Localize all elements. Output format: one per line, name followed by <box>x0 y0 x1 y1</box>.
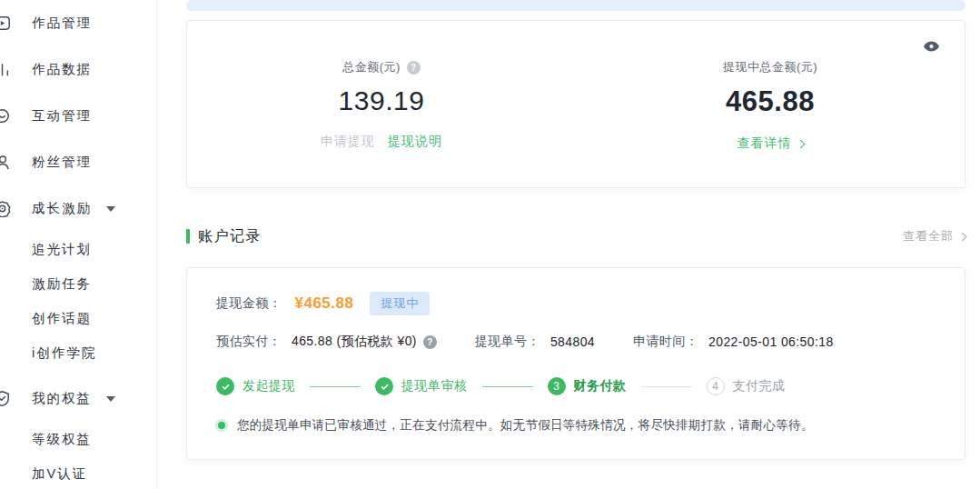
chevron-right-icon <box>796 139 805 148</box>
step-connector <box>482 386 533 387</box>
sidebar-item-label: 作品管理 <box>32 15 92 32</box>
field-value: 2022-05-01 06:50:18 <box>708 334 834 349</box>
field-label: 申请时间： <box>633 334 698 350</box>
sidebar-item-2[interactable]: 作品数据 <box>0 46 156 93</box>
record-field: 预估实付：465.88 (预估税款 ¥0)? <box>216 334 437 350</box>
withdrawing-label-row: 提现中总金额(元) <box>723 59 817 75</box>
check-circle-icon <box>375 377 393 395</box>
view-all-label: 查看全部 <box>903 228 954 244</box>
step-number-circle: 3 <box>548 377 566 395</box>
shield-icon <box>0 390 14 408</box>
chevron-down-icon <box>106 206 115 212</box>
apply-withdraw-button[interactable]: 申请提现 <box>321 134 375 150</box>
sidebar-item-6[interactable]: 我的权益 <box>0 375 156 422</box>
chevron-right-icon <box>958 232 967 241</box>
sidebar-item-4[interactable]: 粉丝管理 <box>0 139 156 185</box>
withdraw-help-link[interactable]: 提现说明 <box>388 134 442 150</box>
field-value: 584804 <box>550 334 595 349</box>
withdrawing-actions: 查看详情 <box>737 135 804 152</box>
record-amount-row: 提现金额： ¥465.88 提现中 <box>216 292 935 315</box>
record-status-row: 您的提现单申请已审核通过，正在支付流程中。如无节假日等特殊情况，将尽快排期打款，… <box>216 417 935 434</box>
step-connector <box>641 386 692 387</box>
sidebar-nav: 作品管理作品数据互动管理粉丝管理成长激励追光计划激励任务创作话题i创作学院我的权… <box>0 0 156 489</box>
section-accent-bar <box>186 229 190 244</box>
total-amount-block: 总金额(元) ? 139.19 申请提现 提现说明 <box>187 21 576 187</box>
withdrawing-amount-value: 465.88 <box>726 85 815 118</box>
step-1: 发起提现 <box>216 377 295 395</box>
step-label: 支付完成 <box>733 378 786 394</box>
sidebar-subitem[interactable]: 加V认证 <box>0 456 156 489</box>
bar-chart-icon <box>0 61 14 79</box>
view-detail-link[interactable]: 查看详情 <box>737 135 804 152</box>
sidebar: 作品管理作品数据互动管理粉丝管理成长激励追光计划激励任务创作话题i创作学院我的权… <box>0 0 157 489</box>
chevron-down-icon <box>106 396 115 402</box>
sidebar-subitem[interactable]: 创作话题 <box>0 301 156 335</box>
sidebar-subitem[interactable]: 追光计划 <box>0 232 156 266</box>
records-section-header: 账户记录 查看全部 <box>186 226 965 246</box>
step-number-circle: 4 <box>707 377 725 395</box>
amount-label: 提现金额： <box>216 295 282 312</box>
question-icon[interactable]: ? <box>407 61 421 75</box>
sidebar-subitem[interactable]: 等级权益 <box>0 422 156 456</box>
notice-banner <box>186 0 965 11</box>
total-actions: 申请提现 提现说明 <box>321 134 442 150</box>
sidebar-item-5[interactable]: 成长激励 <box>0 185 156 232</box>
sidebar-item-label: 成长激励 <box>32 200 92 217</box>
total-amount-value: 139.19 <box>339 85 425 116</box>
step-label: 发起提现 <box>243 378 295 394</box>
record-field: 提现单号：584804 <box>475 334 595 350</box>
status-badge: 提现中 <box>370 292 430 315</box>
eye-icon[interactable] <box>924 41 939 52</box>
step-label: 提现单审核 <box>401 378 468 394</box>
step-4: 4支付完成 <box>707 377 786 395</box>
record-card: 提现金额： ¥465.88 提现中 预估实付：465.88 (预估税款 ¥0)?… <box>186 267 965 460</box>
view-all-link[interactable]: 查看全部 <box>903 228 965 244</box>
app: 作品管理作品数据互动管理粉丝管理成长激励追光计划激励任务创作话题i创作学院我的权… <box>0 0 980 489</box>
withdraw-amount: ¥465.88 <box>295 294 354 313</box>
medal-icon <box>0 200 14 218</box>
field-label: 提现单号： <box>475 334 540 350</box>
sidebar-item-label: 作品数据 <box>32 61 92 78</box>
sidebar-item-3[interactable]: 互动管理 <box>0 93 156 139</box>
chat-bubble-icon <box>0 107 14 125</box>
sidebar-item-label: 互动管理 <box>32 107 92 125</box>
step-connector <box>310 386 361 387</box>
fans-icon <box>0 154 14 172</box>
status-dot-icon <box>218 422 225 429</box>
play-box-icon <box>0 15 14 33</box>
record-field: 申请时间：2022-05-01 06:50:18 <box>633 334 834 350</box>
view-detail-label: 查看详情 <box>737 135 792 152</box>
sidebar-item-label: 粉丝管理 <box>32 154 92 171</box>
step-label: 财务付款 <box>574 378 627 394</box>
question-icon[interactable]: ? <box>423 335 437 349</box>
sidebar-item-1[interactable]: 作品管理 <box>0 0 156 46</box>
withdraw-steps: 发起提现提现单审核3财务付款4支付完成 <box>216 377 935 395</box>
step-2: 提现单审核 <box>375 377 468 395</box>
field-value: 465.88 (预估税款 ¥0) <box>292 334 417 350</box>
status-message: 您的提现单申请已审核通过，正在支付流程中。如无节假日等特殊情况，将尽快排期打款，… <box>237 417 814 434</box>
sidebar-item-label: 我的权益 <box>32 390 92 407</box>
check-circle-icon <box>216 377 234 395</box>
main-content: 总金额(元) ? 139.19 申请提现 提现说明 提现中总金额(元) 465.… <box>157 0 980 489</box>
withdrawing-amount-block: 提现中总金额(元) 465.88 查看详情 <box>576 21 965 187</box>
sidebar-subitem[interactable]: i创作学院 <box>0 335 156 370</box>
total-amount-label-row: 总金额(元) ? <box>342 59 421 75</box>
balance-card: 总金额(元) ? 139.19 申请提现 提现说明 提现中总金额(元) 465.… <box>186 20 965 188</box>
field-label: 预估实付： <box>216 334 282 350</box>
step-3: 3财务付款 <box>548 377 627 395</box>
record-fields: 预估实付：465.88 (预估税款 ¥0)?提现单号：584804申请时间：20… <box>216 334 935 350</box>
total-amount-label: 总金额(元) <box>342 59 401 75</box>
sidebar-subitem[interactable]: 激励任务 <box>0 266 156 301</box>
withdrawing-amount-label: 提现中总金额(元) <box>723 59 817 75</box>
section-title: 账户记录 <box>198 227 262 246</box>
